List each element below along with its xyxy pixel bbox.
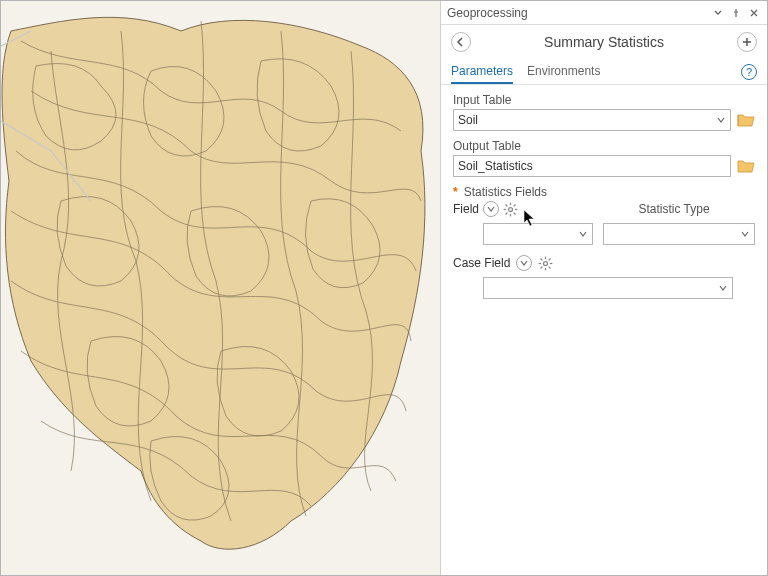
- tab-parameters[interactable]: Parameters: [451, 59, 513, 84]
- input-table-value: Soil: [458, 113, 478, 127]
- param-input-table: Input Table Soil: [453, 93, 755, 131]
- browse-output-icon[interactable]: [737, 158, 755, 174]
- chevron-down-icon: [740, 229, 750, 239]
- svg-line-6: [506, 204, 508, 206]
- app-window: Geoprocessing Summary Statistics Paramet…: [0, 0, 768, 576]
- help-icon[interactable]: ?: [741, 64, 757, 80]
- tool-title: Summary Statistics: [471, 34, 737, 50]
- add-button[interactable]: [737, 32, 757, 52]
- svg-line-16: [549, 266, 551, 268]
- tool-header: Summary Statistics: [441, 25, 767, 59]
- tab-environments[interactable]: Environments: [527, 59, 600, 84]
- chevron-down-icon: [578, 229, 588, 239]
- svg-line-15: [541, 258, 543, 260]
- svg-point-10: [544, 261, 548, 265]
- case-settings-icon[interactable]: [538, 256, 553, 271]
- svg-line-7: [514, 212, 516, 214]
- label-output-table: Output Table: [453, 139, 755, 153]
- parameters-form: Input Table Soil Output Table Soil_Stati…: [441, 85, 767, 315]
- panel-header: Geoprocessing: [441, 1, 767, 25]
- output-table-value: Soil_Statistics: [458, 159, 533, 173]
- required-asterisk: *: [453, 185, 458, 199]
- svg-line-8: [506, 212, 508, 214]
- field-expand-button[interactable]: [483, 201, 499, 217]
- param-statistics-fields: * Statistics Fields Field Statistic Type: [453, 185, 755, 245]
- output-table-input[interactable]: Soil_Statistics: [453, 155, 731, 177]
- chevron-down-icon: [716, 115, 726, 125]
- map-view[interactable]: [1, 1, 441, 575]
- field-settings-icon[interactable]: [503, 202, 518, 217]
- stat-field-dropdown[interactable]: [483, 223, 593, 245]
- svg-point-1: [509, 207, 513, 211]
- label-statistics-fields: * Statistics Fields: [453, 185, 755, 199]
- case-expand-button[interactable]: [516, 255, 532, 271]
- panel-title: Geoprocessing: [447, 6, 707, 20]
- case-field-dropdown[interactable]: [483, 277, 733, 299]
- svg-line-17: [541, 266, 543, 268]
- geoprocessing-panel: Geoprocessing Summary Statistics Paramet…: [441, 1, 767, 575]
- field-header: Field: [453, 202, 479, 216]
- param-output-table: Output Table Soil_Statistics: [453, 139, 755, 177]
- stat-type-dropdown[interactable]: [603, 223, 755, 245]
- statistic-type-header: Statistic Type: [593, 202, 755, 216]
- label-input-table: Input Table: [453, 93, 755, 107]
- svg-line-18: [549, 258, 551, 260]
- svg-line-9: [514, 204, 516, 206]
- chevron-down-icon: [718, 283, 728, 293]
- collapse-icon[interactable]: [711, 6, 725, 20]
- pin-icon[interactable]: [729, 6, 743, 20]
- browse-input-icon[interactable]: [737, 112, 755, 128]
- label-case-field: Case Field: [453, 256, 510, 270]
- param-case-field: Case Field: [453, 255, 755, 299]
- map-canvas: [1, 1, 441, 575]
- close-icon[interactable]: [747, 6, 761, 20]
- tab-bar: Parameters Environments ?: [441, 59, 767, 85]
- input-table-select[interactable]: Soil: [453, 109, 731, 131]
- back-button[interactable]: [451, 32, 471, 52]
